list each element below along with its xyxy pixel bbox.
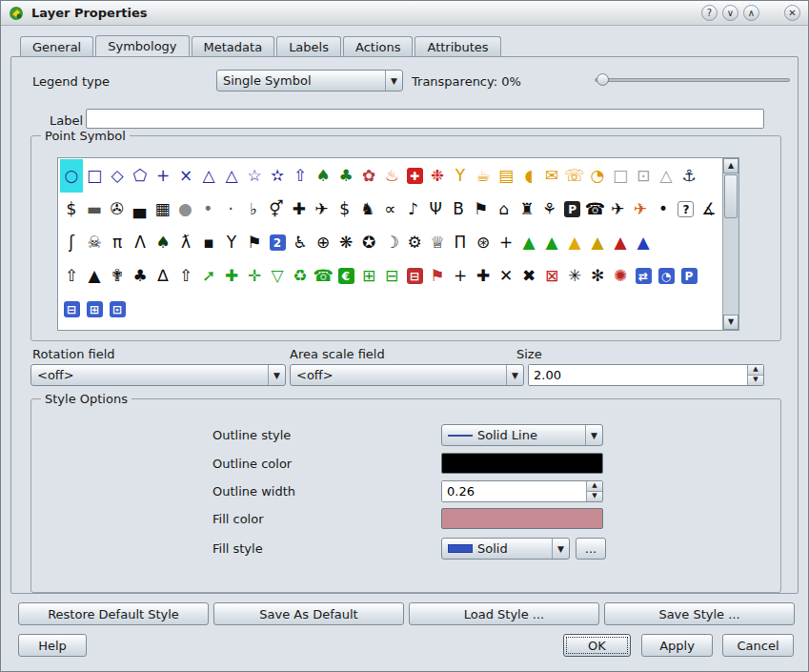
symbol-green-bus[interactable]: ⊞ [357, 259, 380, 293]
symbol-green-cross[interactable]: ✚ [220, 259, 243, 293]
symbol-plus-thin[interactable]: + [495, 226, 517, 259]
symbol-airplane2[interactable]: ✈ [606, 193, 629, 226]
symbol-blue-bus[interactable]: ⊟ [60, 293, 83, 326]
titlebar[interactable]: Layer Properties ? ∨ ∧ ✕ [1, 1, 808, 26]
spin-up-icon[interactable]: ▲ [748, 365, 763, 376]
scroll-up-icon[interactable]: ▲ [723, 158, 738, 173]
tab-actions[interactable]: Actions [343, 36, 414, 56]
symbol-question[interactable]: ? [675, 193, 698, 226]
symbol-plus[interactable]: + [152, 159, 174, 193]
symbol-asterisk-red[interactable]: ✺ [609, 259, 632, 293]
symbol-x-thin[interactable]: ✕ [495, 259, 517, 293]
symbol-green-shield[interactable]: ▽ [266, 259, 289, 293]
symbol-medical-circle[interactable]: ⊕ [312, 226, 334, 259]
tab-attributes[interactable]: Attributes [415, 36, 500, 56]
symbol-circle-small[interactable]: • [196, 193, 219, 226]
symbol-animal[interactable]: ♞ [356, 193, 379, 226]
tab-general[interactable]: General [20, 36, 93, 56]
symbol-triangle[interactable]: △ [197, 159, 220, 193]
symbol-circle[interactable]: ○ [60, 159, 83, 193]
symbol-pine-dark[interactable]: ♠ [152, 226, 174, 259]
symbol-people[interactable]: ⚥ [265, 193, 288, 226]
symbol-blue-clock[interactable]: ◔ [655, 259, 678, 293]
restore-default-style-button[interactable]: Restore Default Style [18, 602, 209, 625]
symbol-diamond[interactable]: ◇ [106, 159, 129, 193]
symbol-trophy[interactable]: ♕ [426, 226, 449, 259]
symbol-dollar2[interactable]: $ [334, 193, 356, 226]
symbol-mail[interactable]: ✉ [540, 159, 563, 193]
symbol-santa[interactable]: ⚑ [426, 259, 449, 293]
symbol-red-train[interactable]: ⊟ [403, 259, 426, 293]
symbol-blue-train[interactable]: ⊞ [83, 293, 106, 326]
symbol-asterisk[interactable]: ✳ [563, 259, 586, 293]
symbol-conifer[interactable]: ♠ [312, 159, 334, 193]
symbol-dot[interactable]: · [219, 193, 242, 226]
symbol-first-aid[interactable]: ✚ [403, 159, 426, 193]
symbol-airplane-orange[interactable]: ✈ [629, 193, 652, 226]
symbol-small-dot[interactable]: • [652, 193, 675, 226]
symbol-triangle-light[interactable]: △ [655, 159, 678, 193]
symbol-pentagon[interactable]: ⬠ [129, 159, 152, 193]
symbol-phone-yellow[interactable]: ☏ [563, 159, 586, 193]
transparency-slider[interactable] [595, 72, 790, 87]
symbol-arrow-up-green[interactable]: ▲ [517, 226, 540, 259]
load-style-button[interactable]: Load Style ... [409, 602, 599, 625]
symbol-square-small[interactable]: ▪ [197, 226, 220, 259]
symbol-moon[interactable]: ☽ [380, 226, 403, 259]
rotation-field-combobox[interactable]: <off> ▼ [30, 364, 286, 386]
symbol-flower[interactable]: ✿ [357, 159, 380, 193]
symbol-x-bold[interactable]: ✖ [517, 259, 540, 293]
symbol-square-dot[interactable]: ⊡ [632, 159, 655, 193]
symbol-arrow-up-black[interactable]: ⇧ [60, 259, 83, 293]
symbol-arrow-up-green2[interactable]: ▲ [540, 226, 563, 259]
save-style-button[interactable]: Save Style ... [604, 602, 795, 625]
label-input[interactable] [86, 109, 764, 129]
symbol-sign-2[interactable]: 2 [266, 226, 289, 259]
outline-width-spinbox[interactable]: ▲ ▼ [441, 480, 603, 502]
scroll-down-icon[interactable]: ▼ [723, 315, 738, 330]
legend-type-combobox[interactable]: Single Symbol ▼ [216, 70, 403, 92]
symbol-clock[interactable]: ◔ [586, 159, 609, 193]
slider-handle[interactable] [597, 73, 609, 86]
symbol-church-cross[interactable]: ✟ [106, 259, 129, 293]
symbol-square[interactable]: □ [83, 159, 106, 193]
tab-metadata[interactable]: Metadata [192, 36, 275, 56]
symbol-compass[interactable]: ⊛ [472, 226, 495, 259]
fill-style-more-button[interactable]: ... [576, 538, 606, 560]
spin-down-icon[interactable]: ▼ [587, 492, 602, 501]
symbol-cocktail[interactable]: Y [449, 159, 472, 193]
symbol-green-cross-outline[interactable]: ✛ [243, 259, 266, 293]
symbol-skull[interactable]: ☠ [83, 226, 106, 259]
symbol-house[interactable]: ⌂ [493, 193, 516, 226]
symbol-restroom[interactable]: ♿ [289, 226, 312, 259]
fill-color-swatch[interactable] [441, 508, 603, 529]
fill-style-combobox[interactable]: Solid ▼ [441, 538, 570, 560]
spin-down-icon[interactable]: ▼ [748, 376, 763, 385]
symbol-water-skier[interactable]: ʃ [60, 226, 83, 259]
symbol-arrow-up-yellow[interactable]: ▲ [563, 226, 586, 259]
cancel-button[interactable]: Cancel [722, 634, 794, 657]
symbol-museum[interactable]: Π [449, 226, 472, 259]
save-as-default-button[interactable]: Save As Default [213, 602, 404, 625]
symbol-screen[interactable]: ▤ [495, 159, 517, 193]
symbol-cross[interactable]: × [174, 159, 197, 193]
symbol-arrow-shield[interactable]: ⇧ [174, 259, 197, 293]
symbol-bank[interactable]: B [447, 193, 470, 226]
symbol-blue-parking[interactable]: P [678, 259, 700, 293]
symbol-fountain[interactable]: ⚘ [538, 193, 561, 226]
symbol-arrow-up-yellow2[interactable]: ▲ [586, 226, 609, 259]
titlebar-close-button[interactable]: ✕ [784, 5, 800, 21]
titlebar-help-button[interactable]: ? [701, 5, 718, 21]
size-spinbox[interactable]: ▲ ▼ [528, 364, 764, 386]
symbol-green-arrow-circle[interactable]: ➚ [197, 259, 220, 293]
symbol-square-light[interactable]: □ [609, 159, 632, 193]
symbol-gear[interactable]: ⚙ [403, 226, 426, 259]
symbol-arrow-up-outline[interactable]: ⇧ [289, 159, 312, 193]
symbol-plus-small[interactable]: + [449, 259, 472, 293]
outline-color-swatch[interactable] [441, 453, 603, 474]
symbol-star-circle[interactable]: ✪ [357, 226, 380, 259]
symbol-green-truck[interactable]: ⊟ [380, 259, 403, 293]
symbol-music-note[interactable]: ♪ [401, 193, 424, 226]
symbol-green-phone[interactable]: ☎ [312, 259, 334, 293]
symbol-blue-tram[interactable]: ⊡ [106, 293, 129, 326]
